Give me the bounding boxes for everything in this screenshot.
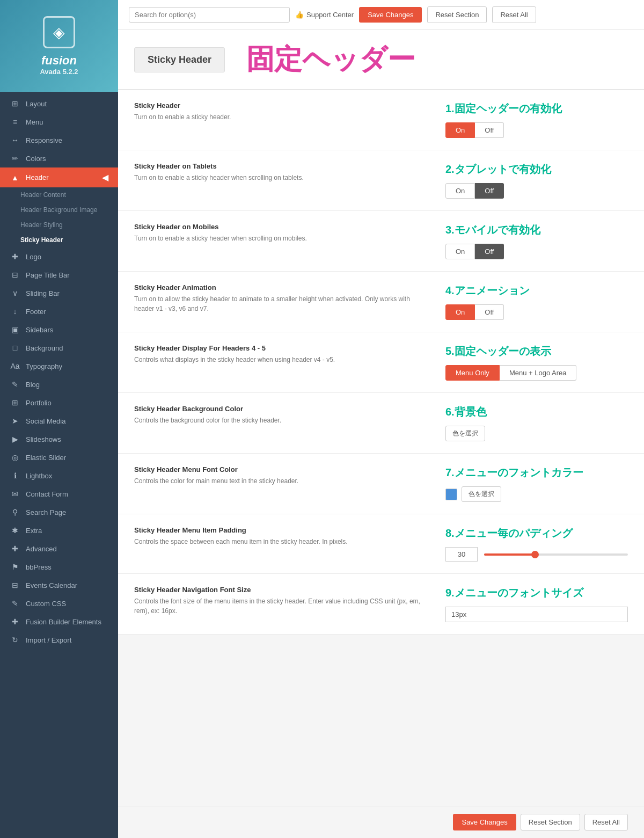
setting-desc: Controls the background color for the st… (134, 416, 429, 425)
setting-desc: Turn on to enable a sticky header when s… (134, 234, 429, 243)
sidebar-item-layout[interactable]: ⊞Layout (0, 94, 118, 113)
setting-jp-label: 8.メニュー毎のパディング (445, 526, 628, 541)
reset-all-button[interactable]: Reset All (492, 6, 536, 23)
sidebar-item-footer[interactable]: ↓Footer (0, 302, 118, 320)
sidebar-item-sliding-bar[interactable]: ∨Sliding Bar (0, 284, 118, 302)
sidebar-item-responsive[interactable]: ↔Responsive (0, 131, 118, 149)
setting-control-bg-color: 6.背景色 色を選択 (445, 405, 628, 441)
setting-row-menu-font-color: Sticky Header Menu Font Color Controls t… (118, 454, 644, 514)
setting-desc: Turn on to enable a sticky header when s… (134, 173, 429, 183)
setting-row-menu-padding: Sticky Header Menu Item Padding Controls… (118, 514, 644, 574)
setting-label: Sticky Header Menu Item Padding (134, 526, 429, 534)
toggle-off-button[interactable]: Off (475, 244, 504, 259)
toggle-off-button[interactable]: Off (475, 122, 504, 138)
sidebar-item-contact-form[interactable]: ✉Contact Form (0, 485, 118, 503)
sidebar-subitem-header-content[interactable]: Header Content (0, 187, 118, 202)
setting-desc: Controls what displays in the sticky hea… (134, 355, 429, 365)
color-select-button[interactable]: 色を選択 (462, 486, 501, 502)
sidebar-item-portfolio[interactable]: ⊞Portfolio (0, 394, 118, 412)
sidebar-item-import-export[interactable]: ↻Import / Export (0, 631, 118, 649)
sidebar-item-label: Layout (26, 100, 47, 108)
toggle-on-button[interactable]: On (445, 122, 475, 138)
sidebar-item-bbpress[interactable]: ⚑bbPress (0, 558, 118, 576)
fusion-builder-icon: ✚ (10, 617, 20, 626)
sidebar-item-typography[interactable]: AaTypography (0, 357, 118, 375)
sidebar-item-menu[interactable]: ≡Menu (0, 113, 118, 131)
sidebar-item-page-title-bar[interactable]: ⊟Page Title Bar (0, 266, 118, 284)
sidebar-item-events-calendar[interactable]: ⊟Events Calendar (0, 576, 118, 594)
toggle-on-button[interactable]: On (445, 183, 475, 199)
sidebar-item-background[interactable]: □Background (0, 339, 118, 357)
setting-label: Sticky Header (134, 101, 429, 110)
setting-jp-label: 1.固定ヘッダーの有効化 (445, 101, 628, 116)
top-bar: 👍 Support Center Save Changes Reset Sect… (118, 0, 644, 30)
slider-fill (484, 553, 535, 556)
sidebar-item-label: Colors (26, 155, 46, 163)
toggle-off-button[interactable]: Off (475, 304, 504, 320)
subitem-label: Header Background Image (20, 206, 97, 214)
sidebar-item-social-media[interactable]: ➤Social Media (0, 412, 118, 430)
sidebar-item-search-page[interactable]: ⚲Search Page (0, 503, 118, 521)
setting-row-tablets: Sticky Header on Tablets Turn on to enab… (118, 150, 644, 211)
sidebar-item-extra[interactable]: ✱Extra (0, 521, 118, 540)
sidebar-item-fusion-builder[interactable]: ✚Fusion Builder Elements (0, 613, 118, 631)
toggle-on-button[interactable]: On (445, 244, 475, 259)
setting-row-sticky-header: Sticky Header Turn on to enable a sticky… (118, 90, 644, 150)
display-menu-logo-button[interactable]: Menu + Logo Area (500, 365, 577, 381)
social-media-icon: ➤ (10, 417, 20, 425)
sidebar-item-label: Portfolio (26, 399, 52, 407)
slider-track[interactable] (484, 553, 628, 556)
sidebar-item-label: Typography (26, 362, 62, 370)
setting-info-bg-color: Sticky Header Background Color Controls … (134, 405, 429, 425)
setting-info-nav-font-size: Sticky Header Navigation Font Size Contr… (134, 586, 429, 616)
sidebar-nav: ⊞Layout ≡Menu ↔Responsive ✏Colors ▲Heade… (0, 92, 118, 838)
slider-row: 30 (445, 547, 628, 562)
sidebar-item-header[interactable]: ▲Header◀ (0, 167, 118, 187)
display-menu-only-button[interactable]: Menu Only (445, 365, 500, 381)
setting-desc: Controls the color for main menu text in… (134, 476, 429, 486)
setting-control-sticky-header: 1.固定ヘッダーの有効化 On Off (445, 101, 628, 138)
sidebar-item-logo[interactable]: ✚Logo (0, 247, 118, 266)
bottom-reset-all-button[interactable]: Reset All (584, 814, 628, 830)
toggle-off-button[interactable]: Off (475, 183, 504, 199)
sidebar-item-label: bbPress (26, 563, 52, 571)
sidebar-item-slideshows[interactable]: ▶Slideshows (0, 430, 118, 448)
font-size-input[interactable] (445, 607, 628, 622)
setting-row-animation: Sticky Header Animation Turn on to allow… (118, 272, 644, 332)
sidebar-item-advanced[interactable]: ✚Advanced (0, 540, 118, 558)
active-indicator: ◀ (102, 172, 108, 183)
sidebar-item-label: Contact Form (26, 490, 68, 498)
save-changes-button[interactable]: Save Changes (359, 7, 422, 23)
sidebar-subitem-header-bg-image[interactable]: Header Background Image (0, 202, 118, 217)
setting-control-mobiles: 3.モバイルで有効化 On Off (445, 223, 628, 259)
support-center-link[interactable]: 👍 Support Center (295, 11, 354, 19)
sidebar-item-colors[interactable]: ✏Colors (0, 149, 118, 167)
sidebar-item-label: Menu (26, 118, 43, 126)
layout-icon: ⊞ (10, 99, 20, 108)
sidebar-subitem-sticky-header[interactable]: Sticky Header (0, 232, 118, 247)
sidebar-logo: ◈ fusion Avada 5.2.2 (0, 0, 118, 92)
search-input[interactable] (129, 7, 290, 23)
setting-jp-label: 3.モバイルで有効化 (445, 223, 628, 237)
sidebar-item-blog[interactable]: ✎Blog (0, 375, 118, 394)
sidebar-item-lightbox[interactable]: ℹLightbox (0, 467, 118, 485)
brand-name: fusion (11, 54, 107, 68)
setting-label: Sticky Header on Tablets (134, 162, 429, 170)
sidebar-item-custom-css[interactable]: ✎Custom CSS (0, 594, 118, 613)
sidebar-subitem-header-styling[interactable]: Header Styling (0, 217, 118, 232)
toggle-on-button[interactable]: On (445, 304, 475, 320)
sidebar-item-elastic-slider[interactable]: ◎Elastic Slider (0, 448, 118, 467)
main-content: 👍 Support Center Save Changes Reset Sect… (118, 0, 644, 838)
slider-thumb[interactable] (531, 551, 539, 558)
color-select-button[interactable]: 色を選択 (445, 426, 485, 441)
slideshows-icon: ▶ (10, 435, 20, 443)
reset-section-button[interactable]: Reset Section (427, 6, 487, 23)
setting-row-nav-font-size: Sticky Header Navigation Font Size Contr… (118, 574, 644, 635)
sidebar-item-sidebars[interactable]: ▣Sidebars (0, 320, 118, 339)
logo-nav-icon: ✚ (10, 252, 20, 261)
subitem-label: Sticky Header (20, 236, 63, 244)
setting-desc: Turn on to allow the sticky header to an… (134, 294, 429, 314)
bottom-save-button[interactable]: Save Changes (453, 814, 516, 830)
bottom-reset-section-button[interactable]: Reset Section (521, 814, 580, 830)
responsive-icon: ↔ (10, 136, 20, 144)
